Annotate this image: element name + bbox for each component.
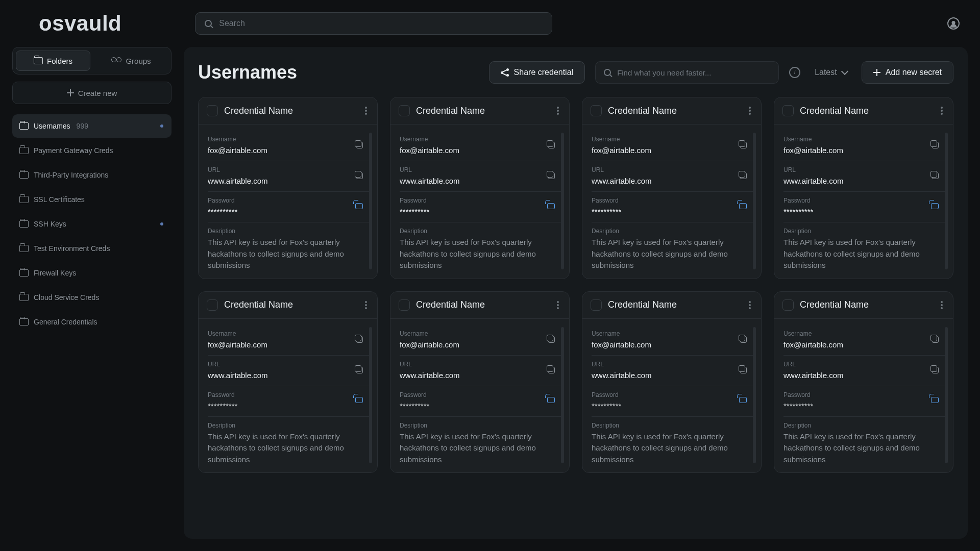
copy-username-button[interactable] — [737, 333, 749, 346]
unlock-password-button[interactable] — [353, 394, 365, 407]
field-label: Password — [208, 391, 237, 398]
sidebar-folder-item[interactable]: Cloud Service Creds — [12, 286, 172, 309]
sidebar-folder-item[interactable]: SSH Keys — [12, 212, 172, 236]
copy-url-button[interactable] — [353, 363, 365, 377]
card-header: Credential Name — [390, 97, 569, 124]
card-scrollbar[interactable] — [561, 133, 564, 269]
card-checkbox[interactable] — [591, 105, 602, 116]
sidebar-folder-item[interactable]: SSL Certificates — [12, 188, 172, 211]
card-menu-button[interactable] — [747, 105, 753, 117]
folder-label: Cloud Service Creds — [34, 293, 99, 302]
sidebar-folder-item[interactable]: Payment Gateway Creds — [12, 139, 172, 162]
tab-groups[interactable]: Groups — [94, 51, 168, 71]
username-field: Username fox@airtable.com — [208, 325, 369, 356]
info-icon[interactable] — [789, 67, 800, 78]
url-field: URL www.airtable.com — [592, 161, 753, 192]
unlock-password-button[interactable] — [929, 394, 941, 407]
copy-username-button[interactable] — [545, 333, 557, 346]
card-scrollbar[interactable] — [561, 327, 564, 464]
account-avatar-icon[interactable] — [947, 17, 960, 30]
folder-label: General Credentials — [34, 318, 97, 326]
card-title: Credential Name — [608, 299, 677, 310]
unlock-password-button[interactable] — [545, 394, 557, 407]
copy-username-button[interactable] — [353, 138, 365, 152]
sidebar-folder-item[interactable]: Firewall Keys — [12, 261, 172, 285]
card-checkbox[interactable] — [207, 105, 218, 116]
unlock-password-button[interactable] — [929, 201, 941, 213]
copy-username-button[interactable] — [545, 138, 557, 152]
sidebar-folder-item[interactable]: General Credentials — [12, 310, 172, 334]
copy-url-button[interactable] — [545, 169, 557, 183]
description-field: Desription This API key is used for Fox'… — [400, 417, 561, 466]
card-checkbox[interactable] — [399, 299, 410, 311]
copy-url-button[interactable] — [928, 363, 941, 377]
folder-icon — [19, 269, 29, 277]
field-label: URL — [208, 166, 268, 173]
card-scrollbar[interactable] — [369, 133, 372, 269]
card-menu-button[interactable] — [555, 105, 561, 117]
card-scrollbar[interactable] — [753, 327, 756, 464]
unlock-password-button[interactable] — [353, 201, 365, 213]
card-scrollbar[interactable] — [753, 133, 756, 269]
inline-search[interactable] — [595, 61, 779, 84]
copy-username-button[interactable] — [737, 138, 749, 152]
card-scrollbar[interactable] — [945, 327, 948, 464]
card-fields: Username fox@airtable.com URL www.airtab… — [400, 325, 561, 466]
card-menu-button[interactable] — [939, 105, 945, 117]
copy-url-button[interactable] — [928, 169, 941, 183]
inline-search-input[interactable] — [616, 68, 770, 78]
url-value: www.airtable.com — [783, 177, 844, 185]
copy-url-button[interactable] — [737, 363, 749, 377]
url-field: URL www.airtable.com — [592, 356, 753, 386]
username-field: Username fox@airtable.com — [783, 131, 945, 161]
card-fields: Username fox@airtable.com URL www.airtab… — [592, 131, 753, 271]
password-field: Password ********** — [783, 192, 945, 222]
card-checkbox[interactable] — [207, 299, 218, 311]
card-menu-button[interactable] — [363, 105, 369, 117]
field-label: URL — [783, 166, 844, 173]
folder-label: Usernames — [34, 122, 70, 130]
card-checkbox[interactable] — [782, 299, 794, 311]
field-label: Password — [208, 197, 237, 204]
copy-icon — [547, 335, 555, 343]
card-scrollbar[interactable] — [945, 133, 948, 269]
card-scrollbar[interactable] — [369, 327, 372, 464]
card-menu-button[interactable] — [363, 299, 369, 311]
card-header: Credential Name — [582, 97, 761, 124]
copy-url-button[interactable] — [545, 363, 557, 377]
share-credential-button[interactable]: Share credential — [489, 61, 585, 84]
copy-username-button[interactable] — [928, 138, 941, 152]
card-checkbox[interactable] — [591, 299, 602, 311]
sidebar-folder-item[interactable]: Test Environment Creds — [12, 237, 172, 260]
field-label: URL — [592, 361, 652, 368]
sidebar-folder-item[interactable]: Usernames999 — [12, 114, 172, 138]
copy-url-button[interactable] — [353, 169, 365, 183]
create-new-button[interactable]: Create new — [12, 82, 172, 104]
card-menu-button[interactable] — [939, 299, 945, 311]
unlock-password-button[interactable] — [545, 201, 557, 213]
password-field: Password ********** — [208, 386, 369, 417]
card-checkbox[interactable] — [782, 105, 794, 116]
add-new-secret-button[interactable]: Add new secret — [862, 61, 953, 84]
password-field: Password ********** — [400, 386, 561, 417]
card-menu-button[interactable] — [747, 299, 753, 311]
sort-button[interactable]: Latest — [811, 68, 851, 77]
credential-card: Credential Name Username fox@airtable.co… — [582, 97, 762, 279]
unlock-password-button[interactable] — [737, 201, 749, 213]
card-header: Credential Name — [390, 292, 569, 319]
card-menu-button[interactable] — [555, 299, 561, 311]
copy-url-button[interactable] — [737, 169, 749, 183]
copy-username-button[interactable] — [353, 333, 365, 346]
password-field: Password ********** — [400, 192, 561, 222]
field-label: URL — [400, 361, 460, 368]
field-label: Password — [592, 197, 621, 204]
unlock-password-button[interactable] — [737, 394, 749, 407]
global-search[interactable] — [195, 12, 552, 35]
copy-username-button[interactable] — [928, 333, 941, 346]
field-label: Username — [400, 136, 459, 143]
folder-icon — [19, 245, 29, 252]
tab-folders[interactable]: Folders — [16, 51, 90, 71]
sidebar-folder-item[interactable]: Third-Party Integrations — [12, 163, 172, 187]
card-checkbox[interactable] — [399, 105, 410, 116]
global-search-input[interactable] — [218, 18, 543, 29]
